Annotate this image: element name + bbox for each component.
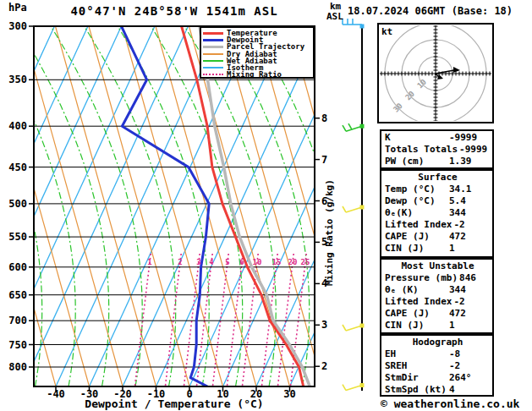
svg-text:700: 700 (8, 315, 27, 326)
svg-text:20: 20 (288, 258, 298, 266)
stat-row: θₑ(K)344 (385, 207, 491, 219)
stat-row: Lifted Index-2 (385, 296, 491, 308)
stat-label: EH (385, 348, 449, 360)
stat-label: Totals Totals (385, 144, 459, 156)
stat-value: 34.1 (449, 184, 472, 195)
stat-label: SREH (385, 360, 449, 372)
stats-box-indices: K-9999Totals Totals-9999PW (cm)1.39 (380, 129, 494, 169)
stat-value: 264° (449, 372, 472, 384)
stat-value: 4 (449, 384, 455, 396)
wind-barb-column (343, 19, 365, 391)
wet-adiabats (0, 26, 443, 386)
pressure-axis-ticks: 300350400450500550600650700750800 (8, 20, 34, 373)
hodograph: 102030 (378, 19, 493, 128)
stat-label: CAPE (J) (385, 231, 449, 243)
mixing-ratio-labels: 12345610152025 (147, 258, 310, 266)
stat-label: StmDir (385, 372, 449, 384)
stat-row: θₑ (K)344 (385, 284, 491, 296)
stat-value: -2 (453, 296, 464, 308)
stat-value: 472 (449, 308, 466, 320)
svg-text:800: 800 (8, 361, 27, 373)
svg-text:3: 3 (196, 258, 200, 266)
stats-box-hodograph: HodographEH-8SREH-2StmDir264°StmSpd (kt)… (380, 334, 494, 397)
stat-label: Dewp (°C) (385, 195, 449, 207)
temperature-curve (182, 26, 304, 386)
svg-text:3: 3 (321, 319, 327, 331)
page-title: 40°47'N 24B°58'W 1541m ASL (34, 4, 315, 18)
stat-row: CIN (J)1 (385, 320, 491, 332)
svg-text:2: 2 (321, 360, 327, 372)
svg-text:8: 8 (321, 112, 327, 124)
svg-text:15: 15 (272, 258, 282, 266)
stat-value: 846 (459, 272, 476, 284)
svg-text:10: 10 (253, 258, 262, 266)
wet-adiabat-line-icon (203, 60, 223, 62)
svg-text:500: 500 (8, 198, 27, 210)
copyright: © weatheronline.co.uk (381, 397, 519, 410)
altitude-axis-unit-asl: ASL (326, 11, 343, 22)
svg-text:2: 2 (178, 258, 182, 266)
stat-label: PW (cm) (385, 156, 449, 167)
legend-item: Mixing Ratio (203, 71, 313, 78)
stat-label: θₑ(K) (385, 207, 449, 219)
stat-value: 1 (449, 243, 455, 255)
stat-row: Totals Totals-9999 (385, 144, 491, 156)
stat-row: StmDir264° (385, 372, 491, 384)
x-axis-label: Dewpoint / Temperature (°C) (34, 397, 315, 410)
stat-label: K (385, 132, 449, 144)
stat-label: CAPE (J) (385, 308, 449, 320)
stats-box-most-unstable: Most UnstablePressure (mb)846θₑ (K)344Li… (380, 258, 494, 334)
stat-label: Temp (°C) (385, 184, 449, 195)
svg-text:5: 5 (225, 258, 229, 266)
svg-text:400: 400 (8, 120, 27, 132)
stat-row: StmSpd (kt)4 (385, 384, 491, 396)
svg-text:350: 350 (8, 74, 27, 85)
stat-value: -2 (449, 360, 460, 372)
stat-label: Pressure (mb) (385, 272, 459, 284)
svg-text:600: 600 (8, 261, 27, 273)
stat-label: Lifted Index (385, 296, 453, 308)
stat-value: 472 (449, 231, 466, 243)
datetime-label: 18.07.2024 06GMT (Base: 18) (348, 5, 513, 17)
stat-value: 5.4 (449, 195, 466, 207)
stats-box-surface: SurfaceTemp (°C)34.1Dewp (°C)5.4θₑ(K)344… (380, 169, 494, 258)
stat-row: Temp (°C)34.1 (385, 184, 491, 195)
isotherm-line-icon (203, 67, 223, 68)
pressure-axis-unit: hPa (8, 2, 27, 14)
mixing-ratio-axis-label: Mixing Ratio (g/kg) (324, 159, 335, 286)
mixing-ratio-line-icon (203, 74, 223, 75)
stat-value: -9999 (449, 132, 477, 144)
stat-label: CIN (J) (385, 243, 449, 255)
stat-row: PW (cm)1.39 (385, 156, 491, 167)
svg-text:650: 650 (8, 289, 27, 301)
svg-text:300: 300 (8, 20, 27, 32)
stat-value: 344 (449, 284, 466, 296)
stat-row: Dewp (°C)5.4 (385, 195, 491, 207)
svg-text:550: 550 (8, 231, 27, 243)
parcel-trajectory-curve (200, 26, 310, 386)
stat-value: 344 (449, 207, 466, 219)
stat-row: Pressure (mb)846 (385, 272, 491, 284)
stat-row: K-9999 (385, 132, 491, 144)
stat-label: θₑ (K) (385, 284, 449, 296)
stat-row: Lifted Index-2 (385, 219, 491, 231)
svg-text:450: 450 (8, 162, 27, 173)
svg-text:4: 4 (209, 258, 214, 266)
stat-value: 1.39 (449, 156, 472, 167)
stat-label: Lifted Index (385, 219, 453, 231)
stat-row: CAPE (J)472 (385, 308, 491, 320)
stat-label: CIN (J) (385, 320, 449, 332)
stat-row: EH-8 (385, 348, 491, 360)
stats-section-title: Most Unstable (385, 260, 491, 272)
dewpoint-line-icon (203, 39, 223, 41)
legend: TemperatureDewpointParcel TrajectoryDry … (200, 26, 315, 79)
svg-text:1: 1 (147, 258, 151, 266)
stat-value: 1 (449, 320, 455, 332)
hodograph-unit-label: kt (381, 26, 392, 37)
stat-row: CAPE (J)472 (385, 231, 491, 243)
stat-value: -8 (449, 348, 460, 360)
skewt-sounding-page: 12345610152025-40-30-20-1001020303003504… (0, 0, 532, 411)
legend-label: Mixing Ratio (227, 71, 282, 78)
dry-adiabat-line-icon (203, 53, 223, 55)
stat-label: StmSpd (kt) (385, 384, 449, 396)
